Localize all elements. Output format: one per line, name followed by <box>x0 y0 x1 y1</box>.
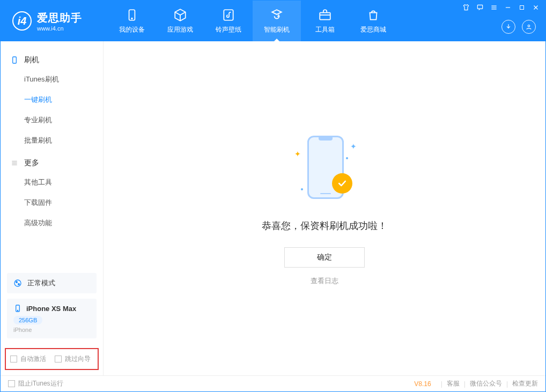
dot-icon <box>346 157 348 159</box>
logo-text: 爱思助手 www.i4.cn <box>37 11 82 32</box>
sidebar-item-other-tools[interactable]: 其他工具 <box>1 172 103 193</box>
checkbox-icon <box>55 356 62 363</box>
nav-label: 爱思商城 <box>360 25 386 34</box>
cube-icon <box>173 8 187 22</box>
nav-ringtone-wallpaper[interactable]: 铃声壁纸 <box>204 1 253 41</box>
nav-store[interactable]: 爱思商城 <box>349 1 397 41</box>
app-title: 爱思助手 <box>37 11 82 25</box>
options-highlight: 自动激活 跳过向导 <box>5 348 99 370</box>
device-type: iPhone <box>13 327 90 333</box>
checkbox-skip-guide[interactable]: 跳过向导 <box>55 354 91 364</box>
sidebar-group-title: 更多 <box>1 154 103 172</box>
checkbox-block-itunes[interactable]: 阻止iTunes运行 <box>8 379 63 388</box>
nav-my-device[interactable]: 我的设备 <box>108 1 156 41</box>
phone-icon <box>10 56 19 64</box>
status-icon <box>13 279 22 287</box>
check-badge-icon <box>332 173 352 194</box>
window-utility-controls <box>462 4 540 13</box>
sparkle-icon: ✦ <box>350 142 357 151</box>
svg-rect-5 <box>520 6 524 10</box>
device-mode-label: 正常模式 <box>27 278 55 288</box>
group-label: 刷机 <box>24 55 39 65</box>
device-name: iPhone XS Max <box>26 305 76 313</box>
svg-rect-4 <box>477 5 482 9</box>
sidebar-item-itunes-flash[interactable]: iTunes刷机 <box>1 69 103 90</box>
nav-smart-flash[interactable]: 智能刷机 <box>253 1 301 41</box>
checkbox-label: 跳过向导 <box>65 354 91 364</box>
phone-icon <box>13 304 22 313</box>
app-subtitle: www.i4.cn <box>37 25 82 32</box>
device-capacity: 256GB <box>13 316 42 324</box>
sidebar-group-flash: 刷机 iTunes刷机 一键刷机 专业刷机 批量刷机 <box>1 51 103 151</box>
svg-rect-2 <box>224 10 233 20</box>
sparkle-icon: ✦ <box>294 150 301 158</box>
sidebar-item-oneclick-flash[interactable]: 一键刷机 <box>1 90 103 110</box>
list-icon <box>10 159 19 167</box>
svg-point-9 <box>16 282 18 283</box>
shirt-icon[interactable] <box>462 4 470 13</box>
footer-link-update[interactable]: 检查更新 <box>512 379 538 388</box>
success-message: 恭喜您，保资料刷机成功啦！ <box>262 219 387 232</box>
sidebar-item-download-firmware[interactable]: 下载固件 <box>1 193 103 213</box>
top-nav: 我的设备 应用游戏 铃声壁纸 智能刷机 工具箱 爱思商城 <box>108 1 397 41</box>
user-button[interactable] <box>522 20 536 34</box>
nav-toolbox[interactable]: 工具箱 <box>301 1 349 41</box>
svg-point-8 <box>14 280 21 286</box>
ok-button[interactable]: 确定 <box>284 247 365 268</box>
svg-point-12 <box>17 310 18 310</box>
view-log-link[interactable]: 查看日志 <box>311 276 338 286</box>
svg-rect-3 <box>320 12 330 19</box>
checkbox-auto-activate[interactable]: 自动激活 <box>10 354 46 364</box>
version-label: V8.16 <box>414 380 431 388</box>
svg-point-6 <box>528 25 530 27</box>
sidebar-item-advanced[interactable]: 高级功能 <box>1 213 103 233</box>
sidebar-status-area: 正常模式 iPhone XS Max 256GB iPhone <box>1 273 103 345</box>
feedback-icon[interactable] <box>476 4 484 13</box>
sidebar: 刷机 iTunes刷机 一键刷机 专业刷机 批量刷机 更多 其他工具 下载固件 … <box>1 41 104 375</box>
device-name-row: iPhone XS Max <box>13 304 90 313</box>
nav-apps-games[interactable]: 应用游戏 <box>156 1 204 41</box>
checkbox-icon <box>8 380 15 387</box>
app-window: i4 爱思助手 www.i4.cn 我的设备 应用游戏 铃声壁纸 智能刷机 <box>0 0 546 392</box>
svg-point-10 <box>18 284 20 285</box>
sidebar-item-pro-flash[interactable]: 专业刷机 <box>1 110 103 130</box>
header-right-buttons <box>501 20 536 34</box>
footer-right: V8.16 | 客服 | 微信公众号 | 检查更新 <box>414 379 538 388</box>
sidebar-nav: 刷机 iTunes刷机 一键刷机 专业刷机 批量刷机 更多 其他工具 下载固件 … <box>1 41 103 273</box>
device-mode-card[interactable]: 正常模式 <box>7 273 97 293</box>
nav-label: 工具箱 <box>315 25 335 34</box>
sidebar-group-more: 更多 其他工具 下载固件 高级功能 <box>1 154 103 233</box>
svg-point-1 <box>131 18 132 19</box>
device-icon <box>125 8 139 22</box>
checkbox-label: 阻止iTunes运行 <box>18 379 63 388</box>
maximize-button[interactable] <box>518 4 526 12</box>
group-label: 更多 <box>24 158 39 168</box>
sidebar-group-title: 刷机 <box>1 51 103 69</box>
nav-label: 铃声壁纸 <box>216 25 241 34</box>
checkbox-icon <box>10 356 17 363</box>
device-card[interactable]: iPhone XS Max 256GB iPhone <box>7 299 97 338</box>
download-button[interactable] <box>501 20 515 34</box>
menu-icon[interactable] <box>490 4 498 13</box>
checkbox-label: 自动激活 <box>20 354 46 364</box>
sidebar-item-batch-flash[interactable]: 批量刷机 <box>1 130 103 151</box>
nav-label: 应用游戏 <box>167 25 193 34</box>
dot-icon <box>301 188 303 190</box>
sync-icon <box>270 8 284 22</box>
close-button[interactable] <box>532 4 540 13</box>
footer: 阻止iTunes运行 V8.16 | 客服 | 微信公众号 | 检查更新 <box>1 375 545 391</box>
logo-icon: i4 <box>12 11 32 31</box>
nav-label: 我的设备 <box>119 25 145 34</box>
logo-area: i4 爱思助手 www.i4.cn <box>1 11 108 32</box>
nav-label: 智能刷机 <box>264 25 290 34</box>
music-icon <box>222 8 235 22</box>
toolbox-icon <box>318 8 332 22</box>
footer-link-support[interactable]: 客服 <box>447 379 460 388</box>
success-illustration: ✦ ✦ <box>282 131 367 206</box>
body: 刷机 iTunes刷机 一键刷机 专业刷机 批量刷机 更多 其他工具 下载固件 … <box>1 41 545 375</box>
minimize-button[interactable] <box>504 4 512 13</box>
main-content: ✦ ✦ 恭喜您，保资料刷机成功啦！ 确定 查看日志 <box>104 41 545 375</box>
svg-rect-7 <box>13 57 17 63</box>
store-icon <box>366 8 380 22</box>
footer-link-wechat[interactable]: 微信公众号 <box>470 379 502 388</box>
